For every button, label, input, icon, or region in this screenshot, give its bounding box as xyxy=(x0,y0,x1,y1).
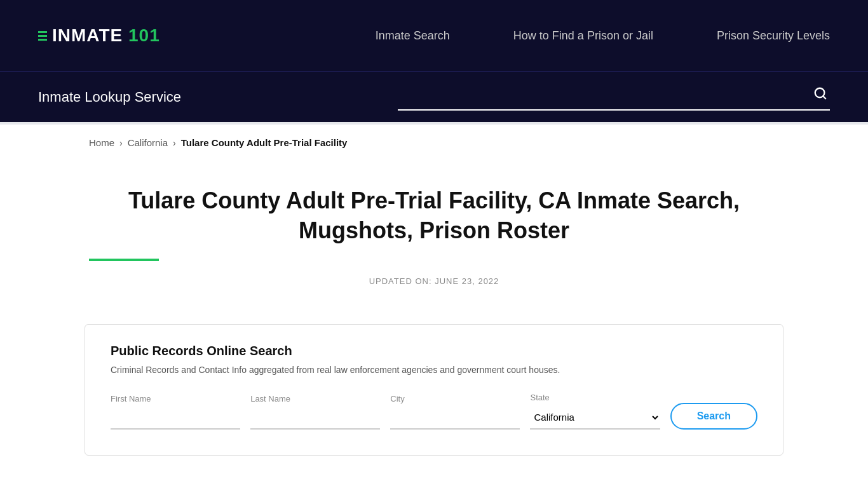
search-form: First Name Last Name City State Californ… xyxy=(111,393,757,430)
search-card-description: Criminal Records and Contact Info aggreg… xyxy=(111,365,757,375)
state-select-wrapper: State California Alabama Alaska Arizona … xyxy=(530,393,660,430)
nav-links: Inmate Search How to Find a Prison or Ja… xyxy=(376,29,830,43)
logo-bars-icon xyxy=(38,31,47,41)
search-input-container xyxy=(398,84,830,111)
city-field: City xyxy=(390,394,520,430)
updated-date: UPDATED ON: JUNE 23, 2022 xyxy=(89,276,779,286)
svg-line-1 xyxy=(823,96,825,98)
public-search-button[interactable]: Search xyxy=(670,403,757,430)
city-input[interactable] xyxy=(390,407,520,430)
search-submit-button[interactable] xyxy=(811,84,830,107)
breadcrumb: Home › California › Tulare County Adult … xyxy=(0,125,868,161)
breadcrumb-separator-1: › xyxy=(119,138,123,148)
page-title: Tulare County Adult Pre-Trial Facility, … xyxy=(89,186,779,246)
last-name-label: Last Name xyxy=(250,394,380,403)
public-records-search-card: Public Records Online Search Criminal Re… xyxy=(85,324,783,456)
city-label: City xyxy=(390,394,520,403)
first-name-input[interactable] xyxy=(111,407,240,430)
logo[interactable]: INMATE 101 xyxy=(38,25,160,46)
last-name-input[interactable] xyxy=(250,407,380,430)
breadcrumb-current: Tulare County Adult Pre-Trial Facility xyxy=(181,137,348,148)
nav-item-inmate-search[interactable]: Inmate Search xyxy=(376,29,450,43)
state-select[interactable]: California Alabama Alaska Arizona Arkans… xyxy=(530,406,660,430)
nav-item-find-prison[interactable]: How to Find a Prison or Jail xyxy=(513,29,653,43)
main-content: Tulare County Adult Pre-Trial Facility, … xyxy=(0,161,868,299)
state-label: State xyxy=(530,393,660,402)
search-bar-label: Inmate Lookup Service xyxy=(38,89,181,105)
last-name-field: Last Name xyxy=(250,394,380,430)
search-card-title: Public Records Online Search xyxy=(111,344,757,358)
nav-item-security-levels[interactable]: Prison Security Levels xyxy=(717,29,830,43)
breadcrumb-separator-2: › xyxy=(173,138,176,148)
breadcrumb-state[interactable]: California xyxy=(128,137,168,148)
search-input[interactable] xyxy=(398,90,811,101)
search-bar-section: Inmate Lookup Service xyxy=(0,71,868,122)
top-navigation: INMATE 101 Inmate Search How to Find a P… xyxy=(0,0,868,71)
title-underline xyxy=(89,259,159,261)
breadcrumb-home[interactable]: Home xyxy=(89,137,114,148)
logo-text: INMATE 101 xyxy=(52,25,160,46)
first-name-label: First Name xyxy=(111,394,240,403)
first-name-field: First Name xyxy=(111,394,240,430)
